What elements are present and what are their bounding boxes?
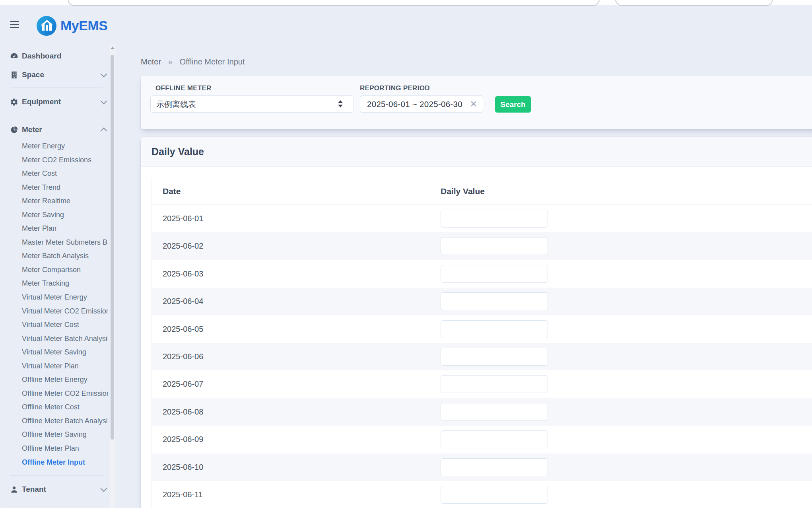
row-date: 2025-06-06 [163,343,203,370]
table-body: 2025-06-012025-06-022025-06-032025-06-04… [152,205,812,508]
daily-value-card-header: Daily Value [141,137,812,167]
sidebar-item-offline-meter-co2-emissions[interactable]: Offline Meter CO2 Emissions [0,387,108,401]
sidebar-item-space[interactable]: Space [0,66,108,83]
sidebar-item-meter-saving[interactable]: Meter Saving [0,208,108,222]
table-row: 2025-06-04 [152,288,812,315]
sidebar-scrollbar-thumb[interactable] [111,55,114,440]
row-date: 2025-06-07 [163,370,203,398]
table-header-row: Date Daily Value [152,178,812,205]
sidebar-item-virtual-meter-plan[interactable]: Virtual Meter Plan [0,359,108,373]
table-row: 2025-06-10 [152,454,812,481]
sidebar-item-offline-meter-batch-analysis[interactable]: Offline Meter Batch Analysis [0,414,108,428]
sidebar-item-meter-realtime[interactable]: Meter Realtime [0,194,108,208]
daily-value-input[interactable] [441,375,548,393]
sidebar-item-meter-cost[interactable]: Meter Cost [0,167,108,181]
daily-value-input[interactable] [441,486,548,504]
sidebar-item-offline-meter-cost[interactable]: Offline Meter Cost [0,400,108,414]
search-button[interactable]: Search [495,96,531,113]
daily-value-input[interactable] [441,237,548,255]
user-icon [10,485,18,494]
daily-value-input[interactable] [441,265,548,283]
sidebar-divider [10,506,103,506]
sidebar-item-tenant[interactable]: Tenant [0,481,108,498]
row-date: 2025-06-01 [163,205,203,232]
pie-chart-icon [10,126,18,134]
sidebar-item-meter-plan[interactable]: Meter Plan [0,222,108,236]
scrollbar-up-arrow-icon[interactable] [111,47,115,49]
table-row: 2025-06-05 [152,315,812,343]
daily-value-input[interactable] [441,348,548,366]
gauge-icon [10,52,18,60]
breadcrumb: Meter » Offline Meter Input [141,57,245,66]
daily-value-input[interactable] [441,320,548,338]
sidebar-divider [10,475,103,476]
sidebar-item-offline-meter-plan[interactable]: Offline Meter Plan [0,442,108,455]
breadcrumb-meter[interactable]: Meter [141,57,161,66]
chevron-up-icon [101,127,107,134]
sidebar-item-meter-tracking[interactable]: Meter Tracking [0,276,108,290]
clear-icon[interactable]: ✕ [468,100,483,109]
reporting-period-label: REPORTING PERIOD [360,84,430,92]
daily-value-input[interactable] [441,210,548,228]
sidebar-item-offline-meter-input[interactable]: Offline Meter Input [0,455,108,469]
row-date: 2025-06-11 [163,481,203,508]
building-icon [10,71,18,79]
card-title: Daily Value [152,137,204,166]
row-date: 2025-06-08 [163,398,203,426]
table-row: 2025-06-07 [152,370,812,398]
topbar-control-pill[interactable] [615,0,773,6]
sidebar-item-virtual-meter-co2-emissions[interactable]: Virtual Meter CO2 Emissions [0,304,108,318]
sidebar: Dashboard Space [0,0,115,508]
sidebar-item-virtual-meter-batch-analysis[interactable]: Virtual Meter Batch Analysis [0,332,108,346]
gear-icon [10,98,18,106]
sidebar-item-meter[interactable]: Meter [0,121,108,138]
table-row: 2025-06-08 [152,398,812,426]
daily-value-table: Date Daily Value 2025-06-012025-06-02202… [152,178,812,508]
row-date: 2025-06-03 [163,260,203,288]
sidebar-item-virtual-meter-cost[interactable]: Virtual Meter Cost [0,318,108,332]
table-row: 2025-06-09 [152,426,812,453]
reporting-period-field[interactable]: ✕ [360,95,483,113]
table-row: 2025-06-02 [152,232,812,260]
sidebar-item-meter-co2-emissions[interactable]: Meter CO2 Emissions [0,153,108,167]
row-date: 2025-06-04 [163,288,203,315]
row-date: 2025-06-10 [163,454,203,481]
reporting-period-input[interactable] [360,99,468,109]
chevron-down-icon [101,485,107,492]
sidebar-item-virtual-meter-energy[interactable]: Virtual Meter Energy [0,290,108,304]
table-row: 2025-06-03 [152,260,812,288]
sidebar-item-meter-batch-analysis[interactable]: Meter Batch Analysis [0,249,108,263]
column-header-daily-value: Daily Value [441,178,485,204]
sidebar-item-offline-meter-saving[interactable]: Offline Meter Saving [0,428,108,442]
sidebar-item-meter-comparison[interactable]: Meter Comparison [0,263,108,277]
daily-value-card: Daily Value Date Daily Value 2025-06-012… [141,137,812,508]
sidebar-item-meter-trend[interactable]: Meter Trend [0,181,108,195]
sidebar-item-offline-meter-energy[interactable]: Offline Meter Energy [0,373,108,387]
sidebar-item-label: Dashboard [22,52,61,60]
topbar-search-input[interactable] [68,0,600,6]
filter-card: OFFLINE METER 示例离线表 REPORTING PERIOD ✕ S… [141,76,812,129]
column-header-date: Date [163,178,181,204]
sidebar-item-virtual-meter-saving[interactable]: Virtual Meter Saving [0,345,108,359]
app-window: MyEMS Dashboard [0,0,812,508]
sidebar-item-label: Equipment [22,97,61,106]
meter-submenu: Meter EnergyMeter CO2 EmissionsMeter Cos… [0,139,108,469]
breadcrumb-current: Offline Meter Input [179,57,245,66]
sidebar-item-master-meter-submeters-balance[interactable]: Master Meter Submeters Balance [0,236,108,249]
sidebar-item-equipment[interactable]: Equipment [0,93,108,110]
daily-value-input[interactable] [441,458,548,476]
sidebar-item-dashboard[interactable]: Dashboard [0,48,108,64]
chevron-down-icon [101,98,107,105]
table-row: 2025-06-06 [152,343,812,370]
daily-value-input[interactable] [441,430,548,448]
daily-value-input[interactable] [441,292,548,310]
top-navbar [0,0,812,5]
offline-meter-select[interactable]: 示例离线表 [150,95,354,113]
daily-value-input[interactable] [441,403,548,421]
sidebar-item-label: Tenant [22,485,46,494]
sidebar-divider [10,87,103,88]
breadcrumb-separator: » [168,57,173,66]
row-date: 2025-06-02 [163,232,203,260]
row-date: 2025-06-05 [163,315,203,343]
sidebar-item-meter-energy[interactable]: Meter Energy [0,139,108,153]
